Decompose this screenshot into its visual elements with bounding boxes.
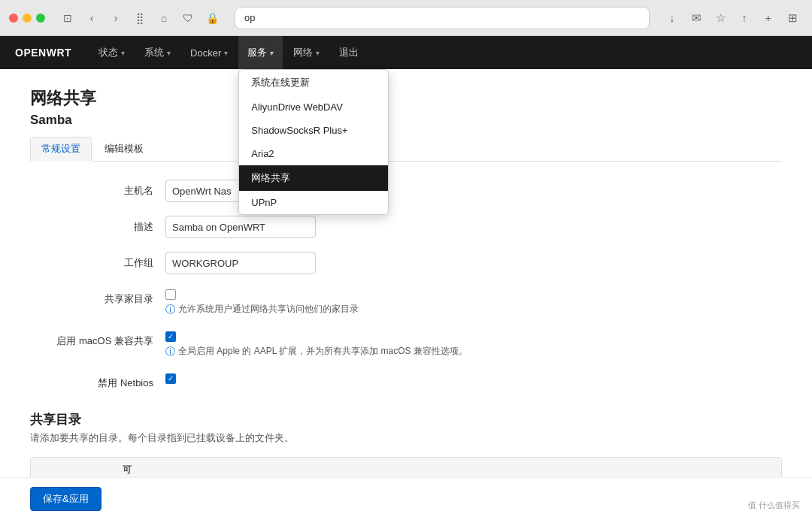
dropdown-item-samba[interactable]: 网络共享 <box>239 165 388 191</box>
col-inherit-owner: 继承所有者 <box>368 458 422 477</box>
info-icon: ⓘ <box>165 303 175 316</box>
col-guest-only: 仅来宾用户 <box>314 458 368 477</box>
shared-dir-table: 名称 路径 → 可浏览 只读 强制Root 允许用户 允许匿名用户 仅来宾用户 … <box>31 458 781 477</box>
address-text: op <box>244 12 255 23</box>
description-control <box>165 216 782 238</box>
nav-item-system-label: 系统 <box>144 46 164 59</box>
info-icon-macos: ⓘ <box>165 345 175 358</box>
netbios-control <box>165 372 782 384</box>
share-home-helper-text: 允许系统用户通过网络共享访问他们的家目录 <box>178 303 359 316</box>
col-apple-tm: Apple Time-machine 共享 <box>571 458 665 477</box>
forward-button[interactable]: › <box>105 8 126 29</box>
dropdown-item-upnp[interactable]: UPnP <box>239 191 388 214</box>
apps-grid[interactable]: ⣿ <box>129 8 150 29</box>
close-button[interactable] <box>9 14 18 23</box>
section-title: Samba <box>30 113 782 128</box>
form-row-share-home: 共享家目录 ⓘ 允许系统用户通过网络共享访问他们的家目录 <box>30 288 782 316</box>
dropdown-item-aria2[interactable]: Aria2 <box>239 142 388 165</box>
dropdown-item-online-update[interactable]: 系统在线更新 <box>239 70 388 95</box>
browser-chrome: ⊡ ‹ › ⣿ ⌂ 🛡 🔒 op ↓ ✉ ☆ ↑ + ⊞ <box>0 0 812 36</box>
lock-icon: 🔒 <box>201 8 223 29</box>
extensions-button[interactable]: ⊞ <box>782 8 803 29</box>
main-body: 网络共享 Samba 常规设置 编辑模板 主机名 描述 工作组 <box>0 69 812 477</box>
form-row-hostname: 主机名 <box>30 180 782 202</box>
page-title: 网络共享 <box>30 87 782 110</box>
nav-item-status-label: 状态 <box>98 46 118 59</box>
col-allow-anon: 允许匿名用户 <box>261 458 314 477</box>
nav-item-system[interactable]: 系统 ▾ <box>135 36 180 69</box>
tab-edit-template[interactable]: 编辑模板 <box>93 137 155 161</box>
share-home-checkbox[interactable] <box>165 289 176 300</box>
services-dropdown: 系统在线更新 AliyunDrive WebDAV ShadowSocksR P… <box>238 69 389 215</box>
form-row-description: 描述 <box>30 216 782 238</box>
chevron-down-icon: ▾ <box>121 49 125 57</box>
share-home-control: ⓘ 允许系统用户通过网络共享访问他们的家目录 <box>165 288 782 316</box>
back-button[interactable]: ‹ <box>81 8 102 29</box>
bookmark-button[interactable]: ☆ <box>710 8 731 29</box>
chevron-down-icon: ▾ <box>224 49 228 57</box>
netbios-label: 禁用 Netbios <box>30 372 165 390</box>
nav-item-logout-label: 退出 <box>339 46 359 59</box>
nav-item-logout[interactable]: 退出 <box>330 36 368 69</box>
nav-item-status[interactable]: 状态 ▾ <box>89 36 134 69</box>
browser-actions: ↓ ✉ ☆ ↑ + ⊞ <box>662 8 803 29</box>
nav-item-services[interactable]: 服务 ▾ 系统在线更新 AliyunDrive WebDAV ShadowSoc… <box>238 36 283 69</box>
col-path[interactable]: 路径 → <box>59 458 117 477</box>
messages-button[interactable]: ✉ <box>686 8 707 29</box>
description-label: 描述 <box>30 216 165 234</box>
col-tm-size: Time-machine 大小（GB） <box>665 458 781 477</box>
col-force-root: 强制Root <box>174 458 220 477</box>
address-bar[interactable]: op <box>235 7 650 29</box>
browser-nav: ⊡ ‹ › ⣿ ⌂ 🛡 🔒 <box>57 8 223 29</box>
col-browsable: 可浏览 <box>117 458 145 477</box>
shared-dir-section: 共享目录 请添加要共享的目录。每个目录指到已挂载设备上的文件夹。 名称 路径 →… <box>30 411 782 477</box>
download-button[interactable]: ↓ <box>662 8 683 29</box>
macos-helper: ⓘ 全局启用 Apple 的 AAPL 扩展，并为所有共享添加 macOS 兼容… <box>165 345 782 358</box>
home-button[interactable]: ⌂ <box>153 8 174 29</box>
minimize-button[interactable] <box>23 14 32 23</box>
workgroup-input[interactable] <box>165 252 316 274</box>
dropdown-item-aliyun[interactable]: AliyunDrive WebDAV <box>239 95 388 119</box>
macos-control: ⓘ 全局启用 Apple 的 AAPL 扩展，并为所有共享添加 macOS 兼容… <box>165 330 782 358</box>
bottom-bar: 保存&应用 <box>0 477 812 520</box>
nav-item-docker[interactable]: Docker ▾ <box>181 36 237 69</box>
nav-item-network[interactable]: 网络 ▾ <box>284 36 329 69</box>
maximize-button[interactable] <box>36 14 45 23</box>
col-name: 名称 <box>31 458 59 477</box>
shared-dir-table-container: 名称 路径 → 可浏览 只读 强制Root 允许用户 允许匿名用户 仅来宾用户 … <box>30 457 782 477</box>
form-row-workgroup: 工作组 <box>30 252 782 274</box>
chevron-down-icon: ▾ <box>270 49 274 57</box>
table-header-row: 名称 路径 → 可浏览 只读 强制Root 允许用户 允许匿名用户 仅来宾用户 … <box>31 458 781 477</box>
hostname-label: 主机名 <box>30 180 165 198</box>
dropdown-item-ssr[interactable]: ShadowSocksR Plus+ <box>239 119 388 142</box>
workgroup-control <box>165 252 782 274</box>
form-row-netbios: 禁用 Netbios <box>30 372 782 390</box>
shared-dir-title: 共享目录 <box>30 411 782 428</box>
macos-checkbox[interactable] <box>165 331 176 342</box>
nav-menu: 状态 ▾ 系统 ▾ Docker ▾ 服务 ▾ 系统在线更新 AliyunDri… <box>89 36 368 69</box>
workgroup-label: 工作组 <box>30 252 165 270</box>
chevron-down-icon: ▾ <box>316 49 320 57</box>
share-home-helper: ⓘ 允许系统用户通过网络共享访问他们的家目录 <box>165 303 782 316</box>
shield-icon: 🛡 <box>177 8 198 29</box>
col-dir-mask: 目录权限掩码 <box>476 458 529 477</box>
nav-item-docker-label: Docker <box>190 47 221 59</box>
shared-dir-desc: 请添加要共享的目录。每个目录指到已挂载设备上的文件夹。 <box>30 431 782 445</box>
col-readonly: 只读 <box>146 458 174 477</box>
macos-helper-text: 全局启用 Apple 的 AAPL 扩展，并为所有共享添加 macOS 兼容性选… <box>178 345 468 358</box>
sidebar-toggle[interactable]: ⊡ <box>57 8 78 29</box>
col-allow-users: 允许用户 <box>220 458 261 477</box>
tab-general-settings[interactable]: 常规设置 <box>30 137 92 162</box>
nav-brand: OPENWRT <box>15 47 71 59</box>
nav-item-network-label: 网络 <box>293 46 313 59</box>
description-input[interactable] <box>165 216 316 238</box>
tab-bar: 常规设置 编辑模板 <box>30 137 782 162</box>
top-nav: OPENWRT 状态 ▾ 系统 ▾ Docker ▾ 服务 ▾ 系统在线更新 A… <box>0 36 812 69</box>
chevron-down-icon: ▾ <box>167 49 171 57</box>
macos-label: 启用 macOS 兼容共享 <box>30 330 165 348</box>
share-button[interactable]: ↑ <box>734 8 755 29</box>
new-tab-button[interactable]: + <box>758 8 779 29</box>
save-apply-button[interactable]: 保存&应用 <box>30 487 102 511</box>
netbios-checkbox[interactable] <box>165 373 176 384</box>
nav-item-services-label: 服务 <box>247 46 267 59</box>
